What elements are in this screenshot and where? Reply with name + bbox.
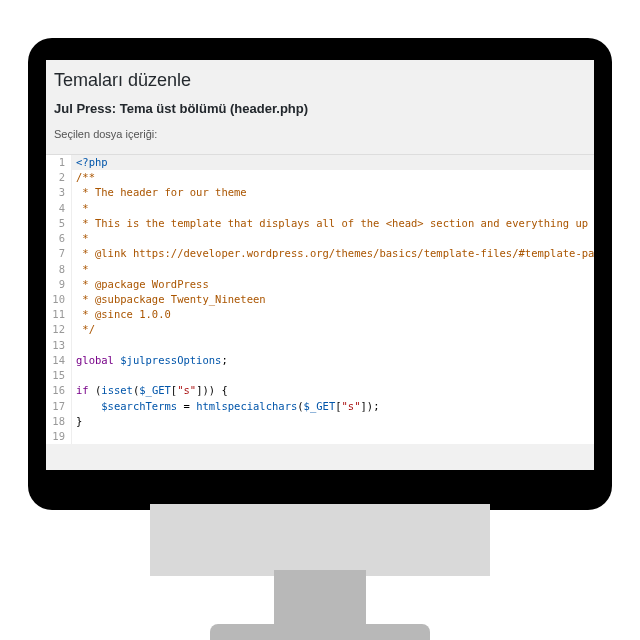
line-number: 1 [46,155,72,170]
content-label: Seçilen dosya içeriği: [54,128,586,140]
code-content[interactable] [72,338,76,353]
code-line[interactable]: 6 * [46,231,594,246]
code-editor[interactable]: 1<?php2/**3 * The header for our theme4 … [46,154,594,444]
code-line[interactable]: 8 * [46,262,594,277]
code-content[interactable]: * [72,231,89,246]
code-content[interactable]: * The header for our theme [72,185,247,200]
code-content[interactable]: if (isset($_GET["s"])) { [72,383,228,398]
line-number: 6 [46,231,72,246]
code-line[interactable]: 9 * @package WordPress [46,277,594,292]
code-line[interactable]: 16if (isset($_GET["s"])) { [46,383,594,398]
line-number: 10 [46,292,72,307]
editor-header: Temaları düzenle Jul Press: Tema üst böl… [46,60,594,154]
code-line[interactable]: 12 */ [46,322,594,337]
code-content[interactable]: */ [72,322,95,337]
code-content[interactable] [72,368,76,383]
code-line[interactable]: 18} [46,414,594,429]
line-number: 15 [46,368,72,383]
screen: Temaları düzenle Jul Press: Tema üst böl… [46,60,594,470]
line-number: 11 [46,307,72,322]
code-line[interactable]: 19 [46,429,594,444]
code-line[interactable]: 4 * [46,201,594,216]
code-content[interactable]: * This is the template that displays all… [72,216,594,231]
code-line[interactable]: 14global $julpressOptions; [46,353,594,368]
code-line[interactable]: 7 * @link https://developer.wordpress.or… [46,246,594,261]
code-line[interactable]: 15 [46,368,594,383]
code-content[interactable]: * [72,262,89,277]
line-number: 16 [46,383,72,398]
line-number: 2 [46,170,72,185]
file-subtitle: Jul Press: Tema üst bölümü (header.php) [54,101,586,116]
code-content[interactable] [72,429,76,444]
line-number: 18 [46,414,72,429]
code-content[interactable]: * [72,201,89,216]
code-line[interactable]: 1<?php [46,155,594,170]
line-number: 7 [46,246,72,261]
code-line[interactable]: 5 * This is the template that displays a… [46,216,594,231]
page-title: Temaları düzenle [54,70,586,91]
code-content[interactable]: * @package WordPress [72,277,209,292]
code-line[interactable]: 17 $searchTerms = htmlspecialchars($_GET… [46,399,594,414]
line-number: 8 [46,262,72,277]
line-number: 17 [46,399,72,414]
line-number: 12 [46,322,72,337]
monitor-frame: Temaları düzenle Jul Press: Tema üst böl… [28,38,612,510]
line-number: 13 [46,338,72,353]
code-content[interactable]: * @subpackage Twenty_Nineteen [72,292,266,307]
line-number: 4 [46,201,72,216]
code-content[interactable]: <?php [72,155,108,170]
code-content[interactable]: } [72,414,82,429]
line-number: 3 [46,185,72,200]
monitor-neck [274,570,366,630]
code-content[interactable]: $searchTerms = htmlspecialchars($_GET["s… [72,399,379,414]
monitor-base [150,504,490,576]
line-number: 9 [46,277,72,292]
code-line[interactable]: 11 * @since 1.0.0 [46,307,594,322]
code-content[interactable]: global $julpressOptions; [72,353,228,368]
code-content[interactable]: * @link https://developer.wordpress.org/… [72,246,594,261]
code-line[interactable]: 3 * The header for our theme [46,185,594,200]
line-number: 19 [46,429,72,444]
monitor-foot [210,624,430,640]
code-line[interactable]: 2/** [46,170,594,185]
line-number: 14 [46,353,72,368]
line-number: 5 [46,216,72,231]
code-content[interactable]: /** [72,170,95,185]
code-line[interactable]: 13 [46,338,594,353]
code-content[interactable]: * @since 1.0.0 [72,307,171,322]
code-line[interactable]: 10 * @subpackage Twenty_Nineteen [46,292,594,307]
